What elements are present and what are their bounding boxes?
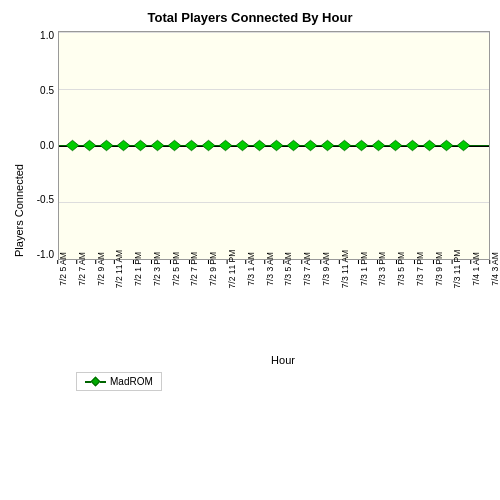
svg-rect-1 [66,140,79,150]
chart-right: 1.0 0.5 0.0 -0.5 -1.0 [28,31,490,391]
svg-rect-10 [219,140,232,150]
svg-rect-5 [134,140,147,150]
svg-rect-2 [83,140,96,150]
svg-rect-11 [236,140,249,150]
svg-rect-16 [321,140,334,150]
x-tick-item: 7/4 3 AM [473,260,500,279]
legend-icon [85,378,106,385]
y-axis-label: Players Connected [10,31,28,391]
svg-rect-21 [406,140,419,150]
svg-rect-15 [304,140,317,150]
plot-with-yaxis: 1.0 0.5 0.0 -0.5 -1.0 [28,31,490,260]
y-ticks: 1.0 0.5 0.0 -0.5 -1.0 [28,31,58,260]
svg-rect-17 [338,140,351,150]
legend-label: MadROM [110,376,153,387]
chart-container: Total Players Connected By Hour Players … [0,0,500,500]
y-tick: 1.0 [40,31,54,41]
x-axis-label: Hour [76,354,490,366]
x-ticks-container: 7/2 5 AM 7/2 7 AM 7/2 9 AM 7/2 11 AM 7/2… [58,260,490,350]
data-line-svg [59,32,489,259]
svg-rect-9 [202,140,215,150]
chart-title: Total Players Connected By Hour [148,10,353,25]
y-tick: 0.5 [40,86,54,96]
y-tick: -0.5 [37,195,54,205]
svg-rect-3 [100,140,113,150]
legend-diamond [91,377,101,387]
svg-rect-23 [440,140,453,150]
svg-rect-8 [185,140,198,150]
svg-rect-13 [270,140,283,150]
legend: MadROM [76,372,162,391]
svg-rect-7 [168,140,181,150]
svg-rect-20 [389,140,402,150]
legend-line-segment2 [100,381,106,383]
svg-rect-18 [355,140,368,150]
y-tick: -1.0 [37,250,54,260]
svg-rect-19 [372,140,385,150]
svg-rect-24 [457,140,470,150]
x-tick-label: 7/4 3 AM [490,252,500,286]
svg-rect-22 [423,140,436,150]
svg-rect-12 [253,140,266,150]
svg-rect-4 [117,140,130,150]
svg-rect-14 [287,140,300,150]
chart-area: Players Connected 1.0 0.5 0.0 -0.5 -1.0 [10,31,490,391]
plot-area [58,31,490,260]
svg-rect-6 [151,140,164,150]
y-tick: 0.0 [40,141,54,151]
